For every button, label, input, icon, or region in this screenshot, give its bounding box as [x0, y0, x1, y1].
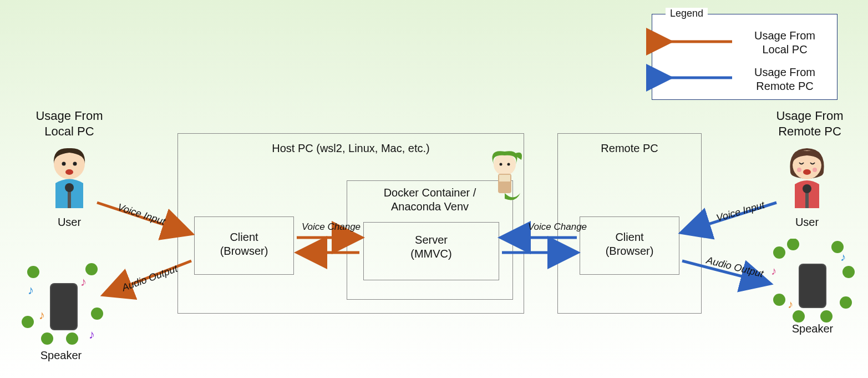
svg-point-28 — [813, 168, 817, 172]
svg-point-40 — [840, 296, 852, 309]
right-heading: Usage From Remote PC — [760, 108, 860, 139]
svg-point-20 — [494, 153, 516, 175]
svg-rect-24 — [499, 175, 510, 182]
svg-rect-32 — [800, 265, 825, 307]
left-heading: Usage From Local PC — [19, 108, 119, 139]
remote-pc-title: Remote PC — [557, 142, 702, 155]
svg-point-5 — [65, 169, 73, 175]
mascot-icon — [483, 149, 527, 204]
remote-client-label: Client (Browser) — [580, 230, 679, 258]
right-speaker-label: Speaker — [785, 322, 840, 336]
svg-point-13 — [41, 332, 53, 345]
svg-point-34 — [787, 239, 799, 250]
svg-point-30 — [803, 184, 811, 193]
svg-point-21 — [500, 163, 502, 166]
legend-remote-label: Usage From Remote PC — [738, 65, 832, 93]
svg-text:♪: ♪ — [89, 327, 95, 341]
svg-point-33 — [773, 246, 785, 259]
left-user-label: User — [44, 215, 94, 229]
left-voice-input-label: Voice Input — [103, 196, 180, 233]
svg-point-15 — [91, 308, 103, 320]
svg-point-7 — [65, 183, 74, 192]
svg-point-39 — [820, 310, 833, 322]
right-user-label: User — [782, 215, 832, 229]
svg-point-4 — [73, 162, 77, 166]
svg-point-27 — [797, 168, 801, 172]
user-girl-icon — [779, 144, 835, 214]
svg-text:♪: ♪ — [28, 283, 34, 297]
svg-text:♪: ♪ — [788, 298, 793, 310]
svg-point-38 — [793, 310, 805, 322]
svg-point-12 — [22, 316, 34, 328]
svg-point-3 — [62, 162, 66, 166]
svg-text:♪: ♪ — [80, 275, 87, 289]
svg-point-26 — [803, 169, 811, 175]
host-client-label: Client (Browser) — [194, 230, 294, 258]
svg-text:♪: ♪ — [39, 308, 45, 322]
remote-voice-change-label: Voice Change — [521, 221, 593, 233]
svg-text:♪: ♪ — [840, 251, 846, 263]
svg-point-22 — [507, 163, 510, 166]
host-pc-title: Host PC (wsl2, Linux, Mac, etc.) — [177, 142, 524, 155]
user-boy-icon — [42, 144, 97, 214]
right-audio-output-label: Audio Output — [693, 251, 777, 283]
right-voice-input-label: Voice Input — [702, 195, 780, 228]
left-speaker-label: Speaker — [33, 349, 89, 362]
svg-rect-9 — [51, 284, 77, 329]
legend-local-label: Usage From Local PC — [738, 29, 832, 57]
host-voice-change-label: Voice Change — [295, 221, 367, 233]
speaker-cluster-right-icon: ♪ ♪ ♪ — [765, 239, 857, 330]
svg-point-10 — [27, 266, 39, 278]
svg-point-14 — [66, 332, 78, 345]
svg-point-37 — [773, 294, 785, 306]
svg-point-11 — [85, 263, 98, 275]
legend-title: Legend — [666, 8, 708, 19]
speaker-cluster-left-icon: ♪ ♪ ♪ ♪ — [17, 255, 108, 347]
svg-point-36 — [842, 266, 855, 278]
server-label: Server (MMVC) — [363, 233, 499, 261]
